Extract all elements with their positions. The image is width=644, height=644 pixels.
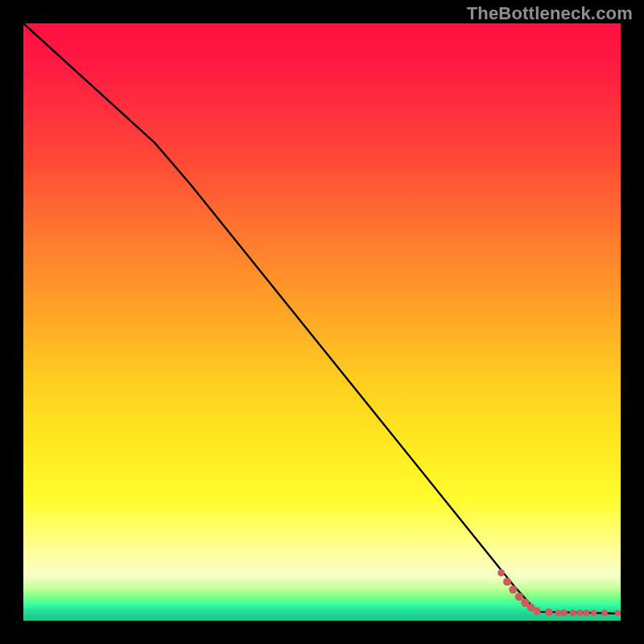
data-point — [615, 610, 621, 616]
bottleneck-curve — [23, 23, 621, 613]
data-point — [576, 609, 583, 616]
data-point — [533, 607, 541, 615]
data-point — [545, 609, 553, 617]
data-point — [591, 610, 597, 617]
scatter-group — [497, 569, 621, 617]
watermark-text: TheBottleneck.com — [467, 3, 633, 24]
plot-area — [23, 23, 621, 621]
data-point — [569, 609, 576, 616]
data-point — [560, 609, 568, 617]
data-point — [515, 592, 523, 601]
data-point — [601, 610, 608, 617]
data-point — [555, 610, 561, 617]
data-point — [497, 569, 505, 576]
data-point — [584, 610, 590, 617]
overlay-svg — [23, 23, 621, 621]
data-point — [509, 585, 517, 593]
data-point — [503, 578, 511, 586]
chart-frame: TheBottleneck.com — [0, 0, 644, 644]
